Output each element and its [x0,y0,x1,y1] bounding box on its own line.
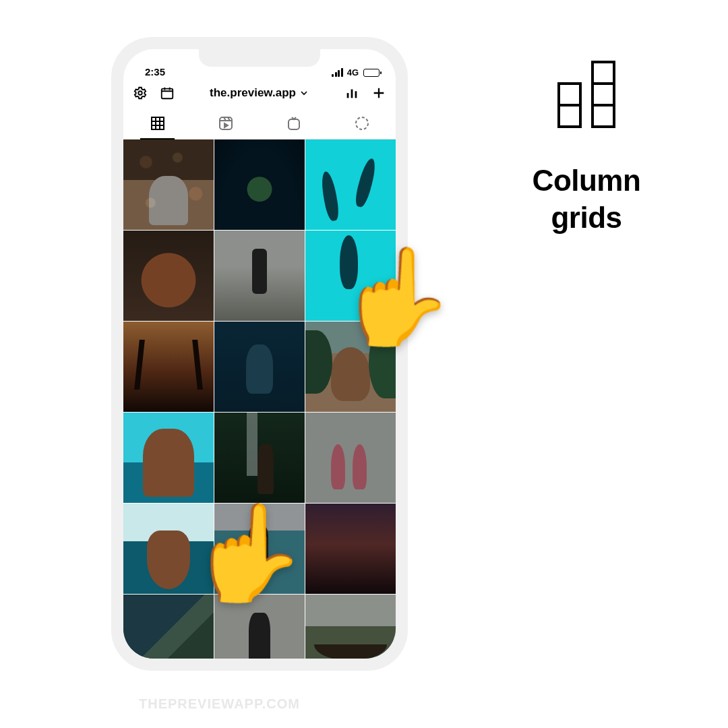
pointing-hand-icon: 👆 [189,506,307,600]
grid-cell[interactable] [123,140,214,230]
side-title-line: grids [485,199,688,236]
svg-rect-5 [152,117,164,129]
svg-rect-1 [162,89,173,99]
column-grids-icon [485,61,688,128]
battery-icon [363,69,380,77]
grid-cell[interactable] [305,413,396,503]
phone-notch [199,49,320,67]
watermark: THEPREVIEWAPP.COM [139,696,300,712]
plus-icon[interactable] [371,86,386,100]
content-tabs [123,107,396,140]
grid-cell[interactable] [305,504,396,594]
status-right: 4G [332,67,380,78]
tab-igtv[interactable] [260,107,328,139]
tab-grid[interactable] [123,107,191,139]
signal-icon [332,68,343,77]
side-title: Column grids [485,162,688,236]
side-title-line: Column [485,162,688,199]
grid-cell[interactable] [214,231,305,321]
grid-cell[interactable] [123,413,214,503]
grid-cell[interactable] [305,595,396,659]
svg-point-8 [356,117,368,129]
network-label: 4G [347,67,359,78]
pointing-hand-icon: 👆 [337,249,455,344]
grid-cell[interactable] [305,140,396,230]
status-time: 2:35 [145,66,165,78]
svg-rect-6 [220,117,232,129]
tab-stories[interactable] [328,107,396,139]
grid-cell[interactable] [214,413,305,503]
analytics-icon[interactable] [344,86,359,100]
grid-cell[interactable] [123,322,214,412]
tab-reels[interactable] [191,107,260,139]
svg-rect-3 [351,90,353,98]
account-name: the.preview.app [210,86,296,100]
calendar-icon[interactable] [160,86,175,100]
grid-cell[interactable] [123,231,214,321]
grid-cell[interactable] [214,322,305,412]
grid-cell[interactable] [214,140,305,230]
svg-rect-4 [355,91,357,98]
svg-point-0 [138,91,142,95]
gear-icon[interactable] [133,86,148,100]
account-selector[interactable]: the.preview.app [210,86,309,100]
svg-rect-2 [347,93,349,98]
svg-rect-7 [289,119,299,129]
side-panel: Column grids [485,61,688,236]
app-header: the.preview.app [123,79,396,107]
chevron-down-icon [299,88,309,98]
